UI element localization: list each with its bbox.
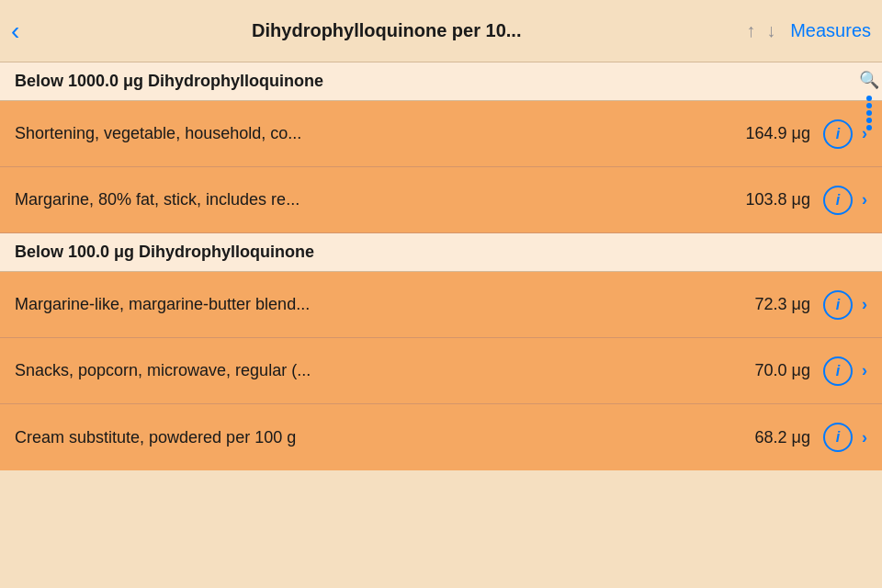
list-item[interactable]: Shortening, vegetable, household, co... … <box>0 101 882 167</box>
item-value: 72.3 μg <box>755 295 810 314</box>
section-header-1: Below 1000.0 μg Dihydrophylloquinone <box>0 62 882 101</box>
content-area: Below 1000.0 μg Dihydrophylloquinone Sho… <box>0 62 882 470</box>
item-value: 164.9 μg <box>746 124 810 143</box>
sort-down-button[interactable]: ↓ <box>766 20 775 41</box>
index-dot[interactable] <box>866 118 872 123</box>
sort-controls: ↑ ↓ <box>746 20 775 41</box>
list-item[interactable]: Snacks, popcorn, microwave, regular (...… <box>0 338 882 404</box>
item-value: 70.0 μg <box>755 361 810 380</box>
info-button[interactable]: i <box>823 356 853 386</box>
item-value: 103.8 μg <box>746 190 810 209</box>
info-button[interactable]: i <box>823 119 853 149</box>
item-value: 68.2 μg <box>755 428 810 447</box>
sort-up-button[interactable]: ↑ <box>746 20 755 41</box>
item-name: Margarine-like, margarine-butter blend..… <box>15 295 755 314</box>
list-item[interactable]: Margarine, 80% fat, stick, includes re..… <box>0 167 882 233</box>
measures-button[interactable]: Measures <box>790 20 871 41</box>
index-dot[interactable] <box>866 103 872 108</box>
item-name: Cream substitute, powdered per 100 g <box>15 428 755 447</box>
info-button[interactable]: i <box>823 290 853 320</box>
item-name: Shortening, vegetable, household, co... <box>15 124 746 143</box>
list-item[interactable]: Margarine-like, margarine-butter blend..… <box>0 272 882 338</box>
index-dot[interactable] <box>866 110 872 116</box>
section-header-2: Below 100.0 μg Dihydrophylloquinone <box>0 233 882 272</box>
item-name: Margarine, 80% fat, stick, includes re..… <box>15 190 746 209</box>
page-title: Dihydrophylloquinone per 10... <box>27 20 746 41</box>
search-icon[interactable]: 🔍 <box>859 70 879 90</box>
index-dot[interactable] <box>866 125 872 130</box>
info-button[interactable]: i <box>823 423 853 452</box>
item-name: Snacks, popcorn, microwave, regular (... <box>15 361 755 380</box>
header: ‹ Dihydrophylloquinone per 10... ↑ ↓ Mea… <box>0 0 882 62</box>
info-button[interactable]: i <box>823 186 853 215</box>
list-item[interactable]: Cream substitute, powdered per 100 g 68.… <box>0 404 882 470</box>
index-dot[interactable] <box>866 96 872 101</box>
back-button[interactable]: ‹ <box>11 18 19 44</box>
index-sidebar: 🔍 <box>856 62 882 588</box>
